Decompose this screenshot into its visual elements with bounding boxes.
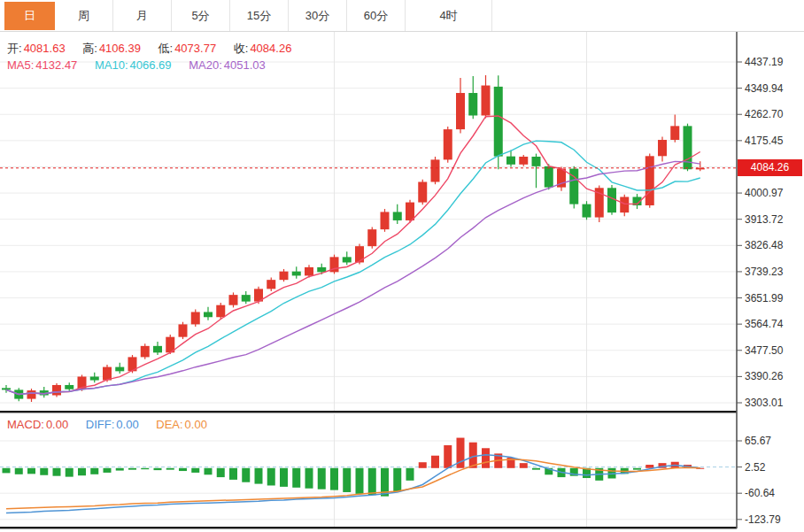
price-tick-label: 3477.50 (745, 344, 783, 357)
low-value: 4073.77 (174, 42, 216, 55)
price-tick-label: 4175.45 (745, 135, 783, 147)
price-tick-label: 3303.01 (745, 397, 783, 409)
macd-tick-label: -60.64 (745, 487, 775, 499)
ma10-value: 4066.69 (130, 58, 172, 72)
current-price-badge: 4084.26 (738, 159, 802, 176)
dea-label: DEA: (156, 418, 182, 431)
diff-value: 0.00 (116, 418, 138, 431)
price-tick-label: 4000.97 (745, 187, 783, 199)
price-tick-label: 3651.99 (745, 292, 783, 305)
ma5-label: MA5: (7, 58, 34, 72)
macd-tick-label: -123.79 (745, 513, 781, 526)
dea-value: 0.00 (185, 418, 207, 431)
close-value: 4084.26 (250, 42, 291, 55)
kline-chart-app: 日 周 月 5分 15分 30分 60分 4时 开:4081.63 高:4106… (0, 0, 804, 532)
open-value: 4081.63 (24, 42, 66, 55)
close-label: 收: (234, 42, 249, 55)
price-tick-label: 4262.70 (745, 108, 783, 120)
high-value: 4106.39 (99, 42, 141, 55)
macd-tick-label: 2.52 (745, 461, 765, 474)
low-label: 低: (158, 42, 174, 55)
macd-value: 0.00 (46, 418, 68, 431)
price-tick-label: 3739.23 (745, 266, 783, 278)
diff-label: DIFF: (86, 418, 115, 431)
ma10-label: MA10: (95, 58, 128, 72)
high-label: 高: (82, 42, 97, 55)
ohlc-legend: 开:4081.63 高:4106.39 低:4073.77 收:4084.26 (7, 41, 293, 57)
price-tick-label: 3390.26 (745, 370, 783, 382)
ma20-label: MA20: (189, 58, 222, 72)
macd-tick-label: 65.67 (745, 435, 771, 447)
ma-legend: MA5:4132.47 MA10:4066.69 MA20:4051.03 (7, 58, 267, 72)
macd-legend: MACD:0.00 DIFF:0.00 DEA:0.00 (7, 418, 209, 431)
chart-canvas[interactable] (0, 0, 804, 532)
open-label: 开: (7, 42, 22, 55)
price-tick-label: 4437.19 (745, 56, 783, 68)
ma20-value: 4051.03 (224, 58, 266, 72)
price-tick-label: 4349.94 (745, 82, 783, 95)
price-tick-label: 3913.72 (745, 213, 783, 226)
ma5-value: 4132.47 (35, 58, 77, 72)
price-tick-label: 3826.48 (745, 239, 783, 251)
macd-label: MACD: (7, 418, 44, 431)
price-tick-label: 3564.74 (745, 318, 783, 330)
